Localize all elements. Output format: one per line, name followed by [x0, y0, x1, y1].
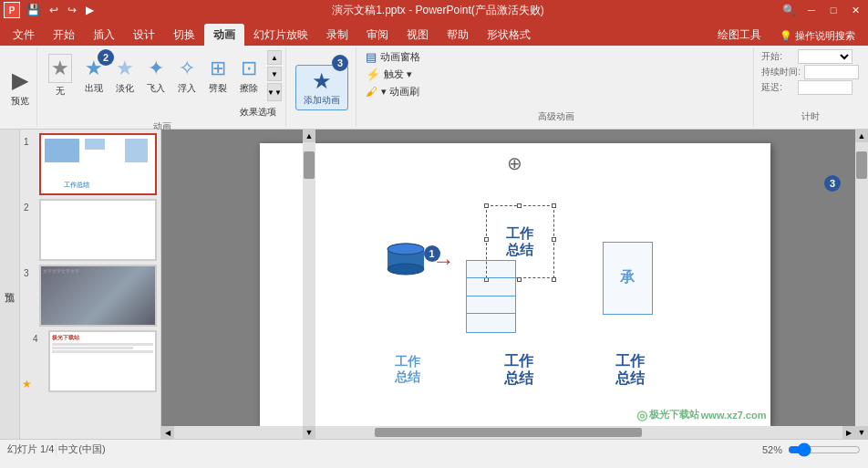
- zoom-slider[interactable]: [788, 442, 861, 457]
- status-bar: 幻灯片 1/4 中文(中国) 52%: [0, 439, 868, 459]
- slides-panel: 1 工作总结 2 3 文字文字文字文字: [20, 130, 161, 439]
- anim-scroll-more[interactable]: ▼▼: [267, 83, 282, 101]
- tab-insert[interactable]: 插入: [84, 24, 124, 46]
- canvas-hscrollbar[interactable]: ◀ ▶: [161, 426, 855, 439]
- anim-split[interactable]: ⊞ 劈裂: [203, 55, 232, 97]
- add-animation-button[interactable]: ★ 添加动画: [295, 65, 348, 110]
- handle-tr[interactable]: [552, 203, 556, 208]
- anim-brush-icon: 🖌: [366, 85, 377, 99]
- badge-2: 2: [98, 49, 114, 66]
- timing-group-label: 计时: [761, 110, 859, 125]
- slide-img-2[interactable]: [39, 199, 157, 261]
- canvas-scroll-up[interactable]: ▲: [855, 130, 868, 142]
- anim-brush-btn[interactable]: 🖌 ▾ 动画刷: [364, 84, 748, 99]
- anim-float[interactable]: ✧ 浮入: [172, 55, 202, 97]
- start-select[interactable]: [798, 49, 852, 64]
- anim-wipe[interactable]: ⊡ 擦除: [234, 55, 264, 97]
- scroll-thumb[interactable]: [304, 151, 315, 179]
- anim-scroll-down[interactable]: ▼: [267, 67, 282, 81]
- qa-undo[interactable]: ↩: [46, 3, 61, 17]
- watermark-text: 极光下载站: [649, 408, 699, 421]
- anim-fade[interactable]: ★ 淡化: [110, 55, 140, 97]
- canvas-scroll-track: [855, 142, 868, 426]
- bottom-text-1[interactable]: 工作总结: [395, 354, 420, 385]
- qa-search[interactable]: 🔍: [780, 3, 799, 17]
- tab-design[interactable]: 设计: [124, 24, 164, 46]
- tab-review[interactable]: 审阅: [357, 24, 398, 46]
- anim-float-icon: ✧: [179, 57, 195, 80]
- ribbon-tabs: 文件 开始 插入 设计 切换 动画 幻灯片放映 录制 审阅 视图 帮助 形状格式…: [0, 20, 868, 46]
- scroll-up-arrow[interactable]: ▲: [303, 130, 315, 142]
- qa-redo[interactable]: ↪: [65, 3, 79, 17]
- minimize-button[interactable]: ─: [802, 1, 821, 19]
- search-box[interactable]: 💡 操作说明搜索: [770, 26, 864, 46]
- advanced-animation-group: ▤ 动画窗格 ⚡ 触发 ▾ 🖌 ▾ 动画刷 高级动画: [358, 47, 754, 127]
- tab-transition[interactable]: 切换: [164, 24, 204, 46]
- hscroll-left[interactable]: ◀: [161, 426, 174, 439]
- handle-bm[interactable]: [517, 277, 522, 282]
- slide-thumb-3[interactable]: 3 文字文字文字文字: [24, 265, 157, 327]
- trigger-icon: ⚡: [366, 68, 380, 81]
- handle-ml[interactable]: [484, 237, 489, 242]
- handle-tl[interactable]: [484, 203, 489, 208]
- tab-shape-format[interactable]: 形状格式: [478, 24, 540, 46]
- slide-img-4[interactable]: 极光下载站: [48, 330, 157, 392]
- tab-slideshow[interactable]: 幻灯片放映: [244, 24, 317, 46]
- trigger-btn[interactable]: ⚡ 触发 ▾: [364, 67, 748, 82]
- preview-button[interactable]: ▶ 预览: [4, 47, 37, 127]
- slides-panel-wrapper: 预览 1 工作总结 2 3: [0, 130, 161, 439]
- ribbon-panel: ▶ 预览 ★ 无 ★ 出现 2 ↓ ★ 淡: [0, 46, 868, 130]
- effect-options-btn[interactable]: 效果选项: [234, 104, 282, 120]
- watermark: ◎ 极光下载站 www.xz7.com: [636, 408, 767, 422]
- anim-panel-label: 动画窗格: [380, 50, 420, 64]
- qa-present[interactable]: ▶: [83, 3, 97, 17]
- table-shape-1[interactable]: [466, 260, 516, 333]
- quick-access-toolbar: P 💾 ↩ ↪ ▶ 演示文稿1.pptx - PowerPoint(产品激活失败…: [0, 0, 868, 20]
- badge-3-canvas: 3: [824, 175, 841, 192]
- tab-record[interactable]: 录制: [317, 24, 357, 46]
- handle-tm[interactable]: [517, 203, 522, 208]
- maximize-button[interactable]: □: [824, 1, 842, 19]
- anim-scroll-up[interactable]: ▲: [267, 50, 282, 65]
- tab-help[interactable]: 帮助: [438, 24, 478, 46]
- canvas-scroll-thumb[interactable]: [856, 151, 867, 179]
- target-icon: ⊕: [507, 152, 522, 174]
- tab-file[interactable]: 文件: [4, 24, 44, 46]
- scroll-down-arrow[interactable]: ▼: [303, 426, 315, 439]
- qa-save[interactable]: 💾: [24, 3, 43, 17]
- slides-scrollbar[interactable]: ▲ ▼: [303, 130, 315, 439]
- tab-animation[interactable]: 动画: [204, 24, 244, 46]
- cylinder-shape[interactable]: [384, 242, 428, 279]
- badge-3: 3: [332, 55, 348, 71]
- anim-none[interactable]: ★ 无: [43, 52, 78, 99]
- delay-input[interactable]: [798, 80, 852, 95]
- handle-br[interactable]: [552, 277, 556, 282]
- start-label: 开始:: [761, 50, 794, 63]
- tab-home[interactable]: 开始: [44, 24, 84, 46]
- bottom-text-2[interactable]: 工作总结: [504, 352, 533, 387]
- slide-img-1[interactable]: 工作总结: [39, 133, 157, 195]
- slide-img-3[interactable]: 文字文字文字文字: [39, 265, 157, 327]
- tab-view[interactable]: 视图: [398, 24, 438, 46]
- hscroll-thumb[interactable]: [375, 428, 642, 437]
- anim-wipe-icon: ⊡: [241, 57, 257, 80]
- delay-label: 延迟:: [761, 81, 794, 94]
- anim-fly[interactable]: ✦ 飞入: [141, 55, 170, 97]
- animation-group: ★ 无 ★ 出现 2 ↓ ★ 淡化 ✦ 飞入: [39, 47, 286, 127]
- hscroll-right[interactable]: ▶: [842, 426, 855, 439]
- handle-mr[interactable]: [552, 237, 556, 242]
- window-title: 演示文稿1.pptx - PowerPoint(产品激活失败): [100, 3, 776, 18]
- anim-panel-btn[interactable]: ▤ 动画窗格: [364, 49, 748, 65]
- slide-thumb-4[interactable]: ★ 4 极光下载站: [24, 330, 157, 392]
- duration-input[interactable]: [804, 65, 859, 79]
- slide-thumb-1[interactable]: 1 工作总结: [24, 133, 157, 195]
- preview-sidebar-label: 预览: [0, 130, 20, 439]
- canvas-scroll-down[interactable]: ▼: [855, 426, 868, 439]
- svg-point-3: [388, 244, 424, 255]
- preview-icon: ▶: [12, 68, 28, 93]
- slide-thumb-2[interactable]: 2: [24, 199, 157, 261]
- canvas-vscrollbar[interactable]: ▲ ▼: [855, 130, 868, 439]
- table-shape-2[interactable]: 承: [603, 242, 653, 315]
- bottom-text-3[interactable]: 工作总结: [615, 352, 645, 387]
- close-button[interactable]: ✕: [846, 1, 864, 19]
